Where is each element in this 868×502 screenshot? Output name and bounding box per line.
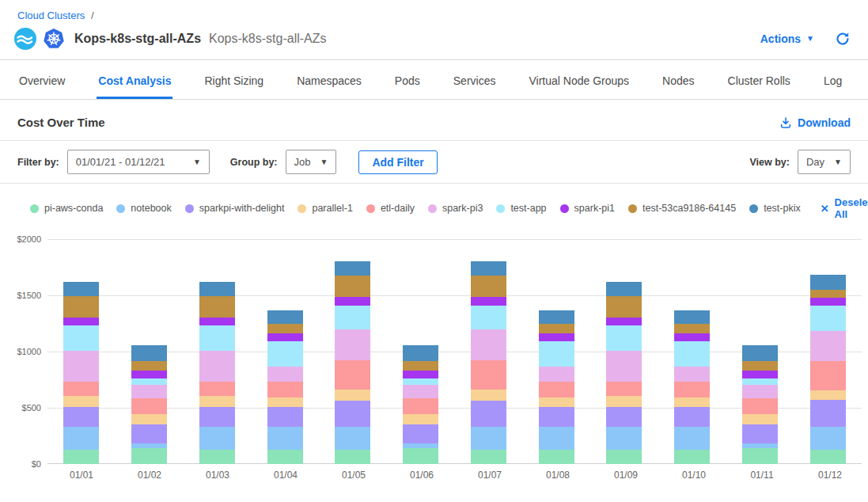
stacked-bar-01-10[interactable]	[674, 239, 710, 464]
bar-segment-pi-aws-conda[interactable]	[674, 450, 710, 464]
bar-segment-pi-aws-conda[interactable]	[267, 450, 303, 464]
bar-segment-test-53ca9186-64145[interactable]	[742, 361, 778, 371]
bar-segment-pi-aws-conda[interactable]	[335, 450, 370, 464]
bar-segment-pi-aws-conda[interactable]	[199, 450, 235, 464]
bar-segment-test-53ca9186-64145[interactable]	[199, 296, 235, 318]
bar-segment-spark-pi3[interactable]	[63, 351, 99, 381]
bar-segment-parallel-1[interactable]	[742, 414, 778, 424]
bar-segment-pi-aws-conda[interactable]	[403, 448, 438, 464]
bar-segment-test-pkix[interactable]	[471, 261, 506, 276]
bar-segment-spark-pi3[interactable]	[810, 331, 846, 361]
bar-segment-pi-aws-conda[interactable]	[742, 448, 778, 464]
stacked-bar-01-03[interactable]	[199, 239, 235, 464]
stacked-bar-01-01[interactable]	[63, 239, 99, 464]
bar-segment-etl-daily[interactable]	[63, 382, 99, 396]
bar-segment-etl-daily[interactable]	[199, 382, 235, 396]
group-by-select[interactable]: Job ▼	[286, 150, 337, 174]
bar-segment-parallel-1[interactable]	[335, 390, 370, 401]
bar-segment-test-app[interactable]	[403, 378, 438, 385]
legend-item-test-53ca9186-64145[interactable]: test-53ca9186-64145	[628, 203, 736, 214]
bar-segment-test-53ca9186-64145[interactable]	[539, 324, 574, 333]
bar-segment-parallel-1[interactable]	[539, 397, 574, 407]
bar-segment-spark-pi3[interactable]	[335, 329, 370, 359]
legend-item-test-pkix[interactable]: test-pkix	[749, 203, 801, 214]
bar-segment-parallel-1[interactable]	[810, 390, 846, 400]
date-range-select[interactable]: 01/01/21 - 01/12/21 ▼	[67, 150, 210, 174]
bar-segment-etl-daily[interactable]	[742, 398, 778, 414]
bar-segment-etl-daily[interactable]	[471, 360, 506, 390]
deselect-all-button[interactable]: ✕Deselect All	[821, 196, 868, 220]
bar-segment-test-app[interactable]	[131, 378, 167, 385]
bar-segment-parallel-1[interactable]	[267, 397, 303, 407]
bar-segment-sparkpi-with-delight[interactable]	[674, 407, 710, 428]
bar-segment-test-53ca9186-64145[interactable]	[131, 361, 167, 371]
bar-segment-test-app[interactable]	[267, 341, 303, 367]
bar-segment-etl-daily[interactable]	[810, 361, 846, 390]
bar-segment-notebook[interactable]	[674, 427, 710, 450]
add-filter-button[interactable]: Add Filter	[358, 150, 437, 174]
bar-segment-sparkpi-with-delight[interactable]	[810, 400, 846, 427]
bar-segment-parallel-1[interactable]	[63, 396, 99, 406]
bar-segment-notebook[interactable]	[539, 427, 574, 450]
legend-item-parallel-1[interactable]: parallel-1	[298, 203, 352, 214]
bar-segment-test-53ca9186-64145[interactable]	[63, 296, 99, 318]
bar-segment-test-53ca9186-64145[interactable]	[335, 276, 370, 298]
tab-nodes[interactable]: Nodes	[661, 63, 696, 99]
bar-segment-parallel-1[interactable]	[131, 414, 167, 424]
bar-segment-spark-pi1[interactable]	[403, 371, 438, 378]
bar-segment-test-app[interactable]	[810, 306, 846, 332]
bar-segment-test-pkix[interactable]	[742, 345, 778, 361]
tab-cluster-rolls[interactable]: Cluster Rolls	[726, 63, 792, 99]
bar-segment-pi-aws-conda[interactable]	[810, 450, 846, 464]
legend-item-sparkpi-with-delight[interactable]: sparkpi-with-delight	[185, 203, 285, 214]
bar-segment-etl-daily[interactable]	[606, 382, 642, 396]
bar-segment-spark-pi3[interactable]	[199, 351, 235, 381]
bar-segment-sparkpi-with-delight[interactable]	[742, 424, 778, 443]
download-button[interactable]: Download	[779, 116, 851, 129]
bar-segment-pi-aws-conda[interactable]	[63, 450, 99, 464]
bar-segment-spark-pi1[interactable]	[471, 297, 506, 306]
legend-item-test-app[interactable]: test-app	[496, 203, 546, 214]
bar-segment-etl-daily[interactable]	[674, 382, 710, 397]
bar-segment-spark-pi3[interactable]	[674, 367, 710, 382]
tab-services[interactable]: Services	[452, 63, 498, 99]
stacked-bar-01-06[interactable]	[403, 239, 438, 464]
bar-segment-spark-pi1[interactable]	[674, 333, 710, 342]
bar-segment-sparkpi-with-delight[interactable]	[131, 424, 167, 443]
bar-segment-pi-aws-conda[interactable]	[471, 450, 506, 464]
bar-segment-test-53ca9186-64145[interactable]	[674, 324, 710, 333]
bar-segment-etl-daily[interactable]	[539, 382, 574, 397]
tab-virtual-node-groups[interactable]: Virtual Node Groups	[527, 63, 631, 99]
bar-segment-test-pkix[interactable]	[267, 310, 303, 325]
bar-segment-spark-pi1[interactable]	[810, 298, 846, 306]
bar-segment-parallel-1[interactable]	[674, 397, 710, 407]
legend-item-etl-daily[interactable]: etl-daily	[366, 203, 415, 214]
bar-segment-notebook[interactable]	[471, 427, 506, 450]
bar-segment-notebook[interactable]	[606, 427, 642, 450]
bar-segment-test-app[interactable]	[471, 306, 506, 330]
bar-segment-spark-pi3[interactable]	[131, 385, 167, 398]
bar-segment-pi-aws-conda[interactable]	[131, 448, 167, 464]
tab-log[interactable]: Log	[822, 63, 843, 99]
tab-namespaces[interactable]: Namespaces	[295, 63, 363, 99]
bar-segment-notebook[interactable]	[335, 427, 370, 450]
bar-segment-spark-pi3[interactable]	[606, 351, 642, 381]
tab-right-sizing[interactable]: Right Sizing	[203, 63, 265, 99]
stacked-bar-01-08[interactable]	[539, 239, 574, 464]
bar-segment-etl-daily[interactable]	[131, 398, 167, 414]
bar-segment-spark-pi3[interactable]	[403, 385, 438, 398]
refresh-button[interactable]	[835, 31, 851, 47]
bar-segment-test-app[interactable]	[199, 325, 235, 351]
actions-button[interactable]: Actions ▼	[760, 32, 814, 45]
stacked-bar-01-05[interactable]	[335, 239, 370, 464]
bar-segment-test-app[interactable]	[742, 378, 778, 385]
bar-segment-sparkpi-with-delight[interactable]	[539, 407, 574, 428]
bar-segment-parallel-1[interactable]	[606, 396, 642, 406]
bar-segment-notebook[interactable]	[810, 427, 846, 450]
bar-segment-sparkpi-with-delight[interactable]	[471, 401, 506, 427]
bar-segment-test-app[interactable]	[335, 306, 370, 330]
legend-item-spark-pi3[interactable]: spark-pi3	[428, 203, 483, 214]
bar-segment-sparkpi-with-delight[interactable]	[403, 424, 438, 443]
bar-segment-spark-pi3[interactable]	[471, 329, 506, 359]
bar-segment-test-pkix[interactable]	[63, 282, 99, 296]
